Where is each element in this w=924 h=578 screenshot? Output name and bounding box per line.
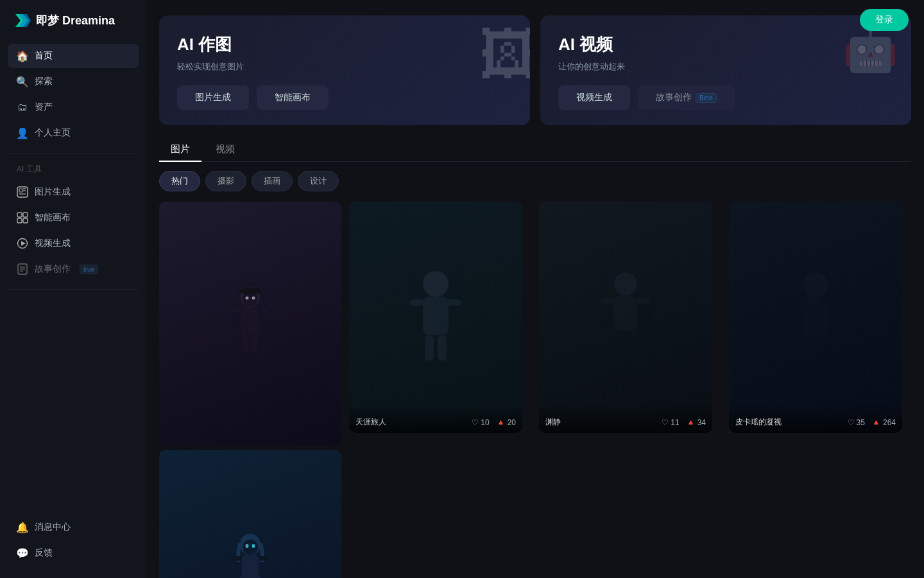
sidebar-item-image-gen[interactable]: 图片生成 xyxy=(8,180,139,204)
pikayao-stats: ♡ 35 🔺 264 xyxy=(848,418,896,427)
explore-icon: 🔍 xyxy=(17,76,28,87)
pikayao-likes: ♡ 35 xyxy=(848,418,865,427)
svg-point-34 xyxy=(252,544,255,548)
ai-image-subtitle: 轻松实现创意图片 xyxy=(177,61,512,73)
gallery-item-tianyalvren[interactable]: 天涯旅人 ♡ 10 🔺 20 xyxy=(349,202,522,433)
ai-image-buttons: 图片生成 智能画布 xyxy=(177,85,512,110)
sidebar: 即梦 Dreamina 🏠 首页 🔍 探索 🗂 资产 👤 个人主页 AI 工具 … xyxy=(0,0,146,578)
sidebar-item-smart-canvas[interactable]: 智能画布 xyxy=(8,206,139,230)
yuanjing-views: 🔺 34 xyxy=(686,418,706,427)
svg-rect-49 xyxy=(614,295,637,331)
sidebar-item-feedback[interactable]: 💬 反馈 xyxy=(8,541,139,565)
home-icon: 🏠 xyxy=(17,50,28,62)
yuanjing-footer: 渊静 ♡ 11 🔺 34 xyxy=(539,404,712,433)
notifications-icon: 🔔 xyxy=(17,521,28,533)
logo: 即梦 Dreamina xyxy=(0,0,146,41)
filter-illustration[interactable]: 插画 xyxy=(252,171,293,191)
svg-rect-51 xyxy=(636,298,651,304)
svg-rect-10 xyxy=(23,218,28,223)
svg-rect-32 xyxy=(259,556,268,561)
tianyalvren-likes: ♡ 10 xyxy=(472,418,489,427)
sidebar-label-explore: 探索 xyxy=(35,76,53,87)
hero-row: AI 作图 轻松实现创意图片 图片生成 智能画布 🖼 AI 视频 让你的创意动起… xyxy=(159,15,911,125)
story-create-button[interactable]: 故事创作 Beta xyxy=(638,85,735,110)
pikayao-views: 🔺 264 xyxy=(871,418,896,427)
smart-canvas-button[interactable]: 智能画布 xyxy=(257,85,329,110)
svg-rect-3 xyxy=(19,189,22,192)
views-icon-2: 🔺 xyxy=(496,418,506,427)
svg-point-42 xyxy=(423,271,449,297)
views-icon-3: 🔺 xyxy=(686,418,696,427)
profile-icon: 👤 xyxy=(17,127,28,139)
svg-rect-43 xyxy=(423,297,449,335)
filter-design[interactable]: 设计 xyxy=(298,171,339,191)
sidebar-label-video-gen: 视频生成 xyxy=(35,238,71,249)
sidebar-label-image-gen: 图片生成 xyxy=(35,186,71,198)
svg-rect-7 xyxy=(17,213,22,217)
gallery-col1-wrapper: 暗探探 ♡ 1 🔺 0 xyxy=(159,202,341,578)
svg-rect-9 xyxy=(17,218,22,223)
sidebar-item-video-gen[interactable]: 视频生成 xyxy=(8,231,139,256)
ai-image-title: AI 作图 xyxy=(177,33,512,56)
svg-point-52 xyxy=(803,272,828,298)
svg-rect-22 xyxy=(231,308,241,313)
svg-point-48 xyxy=(614,272,637,295)
svg-rect-50 xyxy=(600,298,615,304)
sidebar-bottom-nav: 🔔 消息中心 💬 反馈 xyxy=(0,510,146,578)
pikayao-placeholder xyxy=(729,202,902,433)
sidebar-label-home: 首页 xyxy=(35,50,53,62)
svg-marker-12 xyxy=(21,241,26,246)
pikayao-footer: 皮卡瑶的凝视 ♡ 35 🔺 264 xyxy=(729,404,902,433)
gallery-item-pikayao[interactable]: 皮卡瑶的凝视 ♡ 35 🔺 264 xyxy=(729,202,902,433)
login-button[interactable]: 登录 xyxy=(860,9,909,31)
heart-icon-3: ♡ xyxy=(662,418,669,427)
assets-icon: 🗂 xyxy=(17,101,28,113)
sidebar-label-profile: 个人主页 xyxy=(35,127,71,139)
filter-hot[interactable]: 热门 xyxy=(159,171,200,191)
gallery-item-yuanjing[interactable]: 渊静 ♡ 11 🔺 34 xyxy=(539,202,712,433)
sidebar-label-assets: 资产 xyxy=(35,101,53,113)
yuanjing-likes-count: 11 xyxy=(671,418,679,427)
svg-rect-25 xyxy=(252,333,258,351)
yuanjing-views-count: 34 xyxy=(697,418,706,427)
sidebar-item-profile[interactable]: 👤 个人主页 xyxy=(8,121,139,145)
gallery-item-dark-figure[interactable] xyxy=(159,202,341,445)
pikayao-likes-count: 35 xyxy=(857,418,865,427)
sidebar-divider-1 xyxy=(8,153,139,153)
yuanjing-stats: ♡ 11 🔺 34 xyxy=(662,418,706,427)
sidebar-item-notifications[interactable]: 🔔 消息中心 xyxy=(8,515,139,539)
sidebar-divider-2 xyxy=(8,289,139,290)
sidebar-item-home[interactable]: 🏠 首页 xyxy=(8,44,139,68)
pikayao-name: 皮卡瑶的凝视 xyxy=(735,417,782,428)
sidebar-item-assets[interactable]: 🗂 资产 xyxy=(8,95,139,119)
sidebar-label-notifications: 消息中心 xyxy=(35,521,71,533)
sidebar-item-story-create[interactable]: 故事创作 true xyxy=(8,257,139,281)
filter-photo[interactable]: 摄影 xyxy=(205,171,246,191)
heart-icon-4: ♡ xyxy=(848,418,855,427)
ai-image-card: AI 作图 轻松实现创意图片 图片生成 智能画布 🖼 xyxy=(159,15,530,125)
image-gen-icon xyxy=(17,186,28,198)
svg-rect-53 xyxy=(803,298,828,337)
story-create-icon xyxy=(17,263,28,275)
image-gen-button[interactable]: 图片生成 xyxy=(177,85,249,110)
gallery-item-blue-figure[interactable] xyxy=(159,450,341,578)
svg-point-27 xyxy=(252,297,255,300)
svg-rect-8 xyxy=(23,213,28,217)
svg-rect-23 xyxy=(259,308,270,313)
blue-figure-placeholder xyxy=(159,450,341,578)
ai-video-buttons: 视频生成 故事创作 Beta xyxy=(558,85,893,110)
story-beta-badge: true xyxy=(80,265,98,274)
video-gen-button[interactable]: 视频生成 xyxy=(558,85,630,110)
sidebar-tools-nav: 图片生成 智能画布 视频生成 故事创作 true xyxy=(0,177,146,284)
tab-images[interactable]: 图片 xyxy=(159,138,201,162)
sidebar-item-explore[interactable]: 🔍 探索 xyxy=(8,69,139,94)
heart-icon-2: ♡ xyxy=(472,418,479,427)
topbar: 登录 xyxy=(844,0,924,40)
pikayao-views-count: 264 xyxy=(883,418,896,427)
sidebar-label-smart-canvas: 智能画布 xyxy=(35,212,71,223)
svg-rect-30 xyxy=(242,555,259,578)
svg-point-29 xyxy=(243,539,258,555)
main-content: 登录 AI 作图 轻松实现创意图片 图片生成 智能画布 🖼 AI 视频 让你的创… xyxy=(146,0,924,578)
logo-icon xyxy=(13,12,31,30)
tab-videos[interactable]: 视频 xyxy=(204,138,246,162)
